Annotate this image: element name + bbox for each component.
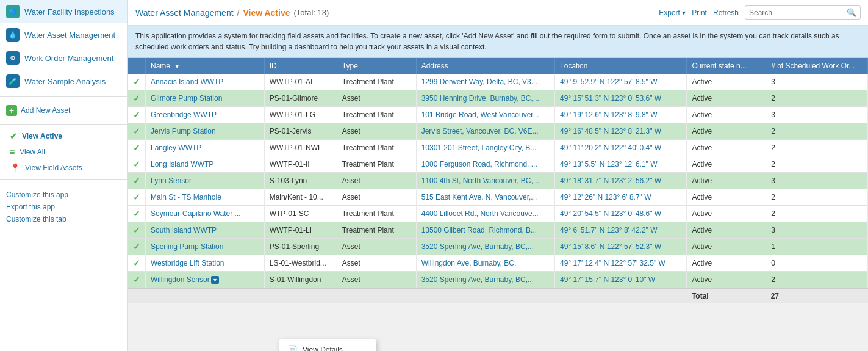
check-icon: ✓	[133, 242, 140, 251]
cell-type: Treatment Plant	[337, 206, 416, 222]
address-link[interactable]: Jervis Street, Vancouver, BC, V6E...	[421, 127, 539, 136]
address-link[interactable]: 1100 4th St, North Vancouver, BC,...	[421, 176, 539, 185]
address-link[interactable]: 3520 Sperling Ave, Burnaby, BC,...	[421, 242, 534, 251]
col-header-address[interactable]: Address	[416, 58, 554, 74]
location-link[interactable]: 49° 15' 8.6" N 122° 57' 52.3" W	[560, 242, 661, 251]
location-link[interactable]: 49° 13' 5.5" N 123° 12' 6.1" W	[560, 160, 657, 168]
cell-check: ✓	[128, 90, 146, 107]
sidebar: 🔷 Water Facility Inspections 💧 Water Ass…	[0, 0, 128, 351]
sidebar-link-view-field[interactable]: 📍 View Field Assets	[0, 160, 127, 176]
check-icon: ✓	[133, 192, 140, 202]
location-link[interactable]: 49° 19' 12.6" N 123° 8' 9.8" W	[560, 110, 657, 119]
col-header-state[interactable]: Current state n...	[687, 58, 766, 74]
breadcrumb-app-name[interactable]: Water Asset Management	[135, 8, 234, 18]
sidebar-item-water-facility[interactable]: 🔷 Water Facility Inspections	[0, 0, 127, 23]
asset-name-link[interactable]: Lynn Sensor	[151, 176, 192, 185]
cell-check: ✓	[128, 107, 146, 123]
address-link[interactable]: 13500 Gilbert Road, Richmond, B...	[421, 226, 537, 234]
add-new-asset-action[interactable]: + Add New Asset	[0, 101, 127, 120]
location-link[interactable]: 49° 6' 51.7" N 123° 8' 42.2" W	[560, 226, 657, 234]
sidebar-item-water-asset[interactable]: 💧 Water Asset Management	[0, 23, 127, 46]
asset-name-link[interactable]: Willingdon Sensor	[151, 275, 210, 284]
asset-name-link[interactable]: Greenbridge WWTP	[151, 110, 217, 119]
address-link[interactable]: 1000 Ferguson Road, Richmond, ...	[421, 160, 537, 168]
col-header-scheduled[interactable]: # of Scheduled Work Or...	[766, 58, 868, 74]
cell-type: Asset	[337, 173, 416, 189]
location-link[interactable]: 49° 16' 48.5" N 123° 8' 21.3" W	[560, 127, 661, 136]
address-link[interactable]: 3950 Henning Drive, Burnaby, BC,...	[421, 94, 539, 103]
cell-id: WTP-01-SC	[264, 206, 337, 222]
cell-location: 49° 18' 31.7" N 123° 2' 56.2" W	[555, 173, 687, 189]
check-icon: ✓	[133, 110, 140, 120]
location-link[interactable]: 49° 9' 52.9" N 122° 57' 8.5" W	[560, 78, 657, 86]
cell-check: ✓	[128, 272, 146, 289]
asset-name-link[interactable]: South Island WWTP	[151, 226, 217, 234]
address-link[interactable]: 515 East Kent Ave. N, Vancouver,...	[421, 193, 537, 201]
refresh-link[interactable]: Refresh	[713, 9, 739, 17]
col-header-type[interactable]: Type	[337, 58, 416, 74]
search-input[interactable]	[749, 9, 847, 17]
cell-address: 1100 4th St, North Vancouver, BC,...	[416, 173, 554, 189]
cell-address: 1000 Ferguson Road, Richmond, ...	[416, 156, 554, 173]
cell-name: Willingdon Sensor ▾	[146, 272, 265, 289]
asset-name-link[interactable]: Annacis Island WWTP	[151, 78, 223, 86]
asset-name-link[interactable]: Seymour-Capilano Water ...	[151, 209, 241, 218]
address-link[interactable]: 10301 201 Street, Langley City, B...	[421, 143, 537, 152]
asset-name-link[interactable]: Long Island WWTP	[151, 160, 213, 168]
table-row: ✓ Long Island WWTP WWTP-01-II Treatment …	[128, 156, 868, 173]
cell-id: WWTP-01-LG	[264, 107, 337, 123]
breadcrumb: Water Asset Management / View Active (To…	[135, 8, 329, 18]
cell-scheduled: 2	[766, 123, 868, 140]
customize-tab-link[interactable]: Customize this tab	[6, 213, 121, 225]
cell-address: 515 East Kent Ave. N, Vancouver,...	[416, 189, 554, 206]
table-row: ✓ Main St - TS Manhole Main/Kent - 10...…	[128, 189, 868, 206]
cell-name: Long Island WWTP	[146, 156, 265, 173]
check-icon: ✓	[133, 143, 140, 153]
col-header-location[interactable]: Location	[555, 58, 687, 74]
asset-name-link[interactable]: Westbridge Lift Station	[151, 259, 224, 267]
footer-empty-4	[337, 288, 416, 303]
sort-arrow-name: ▼	[174, 63, 180, 70]
cell-location: 49° 15' 51.3" N 123° 0' 53.6" W	[555, 90, 687, 107]
sidebar-label-water-facility: Water Facility Inspections	[24, 7, 115, 16]
context-menu-view-details[interactable]: 📄 View Details	[279, 339, 376, 351]
location-link[interactable]: 49° 17' 12.4" N 122° 57' 32.5" W	[560, 259, 665, 267]
asset-name-link[interactable]: Main St - TS Manhole	[151, 193, 221, 201]
cell-state: Active	[687, 222, 766, 239]
cell-state: Active	[687, 107, 766, 123]
cell-address: 10301 201 Street, Langley City, B...	[416, 140, 554, 156]
sidebar-item-work-order[interactable]: ⚙ Work Order Management	[0, 46, 127, 70]
export-app-link[interactable]: Export this app	[6, 201, 121, 213]
cell-scheduled: 2	[766, 140, 868, 156]
location-link[interactable]: 49° 11' 20.2" N 122° 40' 0.4" W	[560, 143, 661, 152]
asset-name-link[interactable]: Jervis Pump Station	[151, 127, 216, 136]
location-link[interactable]: 49° 18' 31.7" N 123° 2' 56.2" W	[560, 176, 661, 185]
customize-app-link[interactable]: Customize this app	[6, 189, 121, 201]
cell-id: S-01-Willingdon	[264, 272, 337, 289]
row-dropdown-button[interactable]: ▾	[211, 276, 219, 284]
cell-location: 49° 20' 54.5" N 123° 0' 48.6" W	[555, 206, 687, 222]
sidebar-link-view-active[interactable]: ✔ View Active	[0, 128, 127, 144]
location-link[interactable]: 49° 17' 15.7" N 123° 0' 10" W	[560, 275, 655, 284]
col-header-name[interactable]: Name ▼	[146, 58, 265, 74]
address-link[interactable]: Willingdon Ave, Burnaby, BC,	[421, 259, 517, 267]
asset-name-link[interactable]: Langley WWTP	[151, 143, 201, 152]
asset-name-link[interactable]: Gilmore Pump Station	[151, 94, 222, 103]
asset-name-link[interactable]: Sperling Pump Station	[151, 242, 223, 251]
cell-scheduled: 1	[766, 239, 868, 255]
sidebar-item-water-sample[interactable]: 🧪 Water Sample Analysis	[0, 70, 127, 93]
add-new-asset-label: Add New Asset	[21, 106, 70, 115]
address-link[interactable]: 1299 Derwent Way, Delta, BC, V3...	[421, 78, 537, 86]
address-link[interactable]: 101 Bridge Road, West Vancouver...	[421, 110, 539, 119]
location-link[interactable]: 49° 15' 51.3" N 123° 0' 53.6" W	[560, 94, 661, 103]
table-row: ✓ Greenbridge WWTP WWTP-01-LG Treatment …	[128, 107, 868, 123]
location-link[interactable]: 49° 20' 54.5" N 123° 0' 48.6" W	[560, 209, 661, 218]
sidebar-link-view-all[interactable]: ≡ View All	[0, 144, 127, 160]
col-header-id[interactable]: ID	[264, 58, 337, 74]
export-button[interactable]: Export ▾	[659, 9, 686, 17]
address-link[interactable]: 4400 Lillooet Rd., North Vancouve...	[421, 209, 539, 218]
cell-name: South Island WWTP	[146, 222, 265, 239]
print-link[interactable]: Print	[692, 9, 707, 17]
location-link[interactable]: 49° 12' 26" N 123° 6' 8.7" W	[560, 193, 651, 201]
address-link[interactable]: 3520 Sperling Ave, Burnaby, BC,...	[421, 275, 534, 284]
